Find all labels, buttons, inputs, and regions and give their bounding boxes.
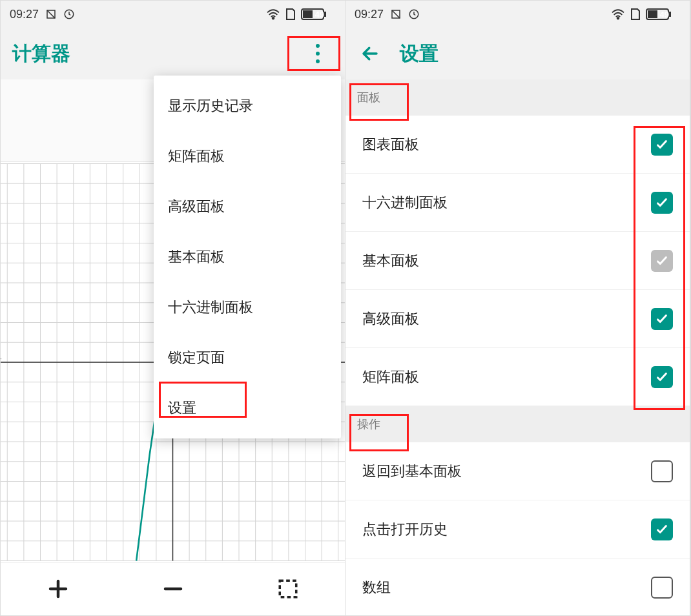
zoom-in-button[interactable] bbox=[46, 577, 70, 603]
status-time: 09:27 bbox=[355, 8, 384, 21]
checkbox-checked[interactable] bbox=[651, 366, 673, 388]
setting-return-basic[interactable]: 返回到基本面板 bbox=[346, 442, 690, 500]
battery-level: 49 bbox=[660, 10, 669, 19]
back-button[interactable] bbox=[357, 41, 383, 67]
section-header-panels: 面板 bbox=[346, 79, 690, 116]
zoom-out-button[interactable] bbox=[161, 577, 185, 603]
setting-chart-panel[interactable]: 图表面板 bbox=[346, 116, 690, 174]
setting-hex-panel[interactable]: 十六进制面板 bbox=[346, 174, 690, 232]
status-bar: 09:27 49 bbox=[346, 1, 690, 28]
svg-point-2 bbox=[272, 17, 274, 19]
setting-label: 基本面板 bbox=[362, 251, 651, 271]
wifi-icon bbox=[611, 8, 625, 20]
app-title: 计算器 bbox=[12, 41, 70, 67]
sim-icon bbox=[285, 8, 296, 21]
check-icon bbox=[655, 312, 669, 326]
check-icon bbox=[655, 196, 669, 210]
app-bar-settings: 设置 bbox=[346, 28, 690, 79]
setting-matrix-panel[interactable]: 矩阵面板 bbox=[346, 348, 690, 406]
arrow-left-icon bbox=[360, 44, 380, 63]
check-icon bbox=[655, 138, 669, 152]
menu-item-advanced[interactable]: 高级面板 bbox=[154, 181, 341, 232]
svg-rect-5 bbox=[303, 10, 313, 18]
checkbox-disabled bbox=[651, 250, 673, 272]
svg-point-6 bbox=[316, 44, 320, 48]
section-header-actions: 操作 bbox=[346, 406, 690, 442]
checkbox-checked[interactable] bbox=[651, 134, 673, 156]
setting-label: 图表面板 bbox=[362, 135, 651, 154]
sim-icon bbox=[630, 8, 641, 21]
menu-item-basic[interactable]: 基本面板 bbox=[154, 232, 341, 282]
setting-label: 十六进制面板 bbox=[362, 193, 651, 212]
minus-icon bbox=[161, 577, 185, 601]
more-vert-icon bbox=[315, 43, 320, 64]
menu-item-hex[interactable]: 十六进制面板 bbox=[154, 282, 341, 333]
check-icon bbox=[655, 370, 669, 384]
menu-item-settings[interactable]: 设置 bbox=[154, 383, 341, 433]
crop-button[interactable] bbox=[277, 578, 299, 602]
screenshot-icon bbox=[45, 8, 57, 20]
screenshot-icon bbox=[390, 8, 402, 20]
menu-item-lock[interactable]: 锁定页面 bbox=[154, 333, 341, 383]
svg-point-8 bbox=[316, 59, 320, 63]
checkbox-unchecked[interactable] bbox=[651, 460, 673, 482]
clock-icon bbox=[63, 8, 75, 20]
svg-rect-66 bbox=[280, 580, 296, 597]
setting-label: 矩阵面板 bbox=[362, 367, 651, 387]
check-icon bbox=[655, 254, 669, 268]
selection-icon bbox=[277, 578, 299, 600]
setting-label: 数组 bbox=[362, 578, 651, 597]
battery-icon: 49 bbox=[646, 8, 681, 20]
checkbox-checked[interactable] bbox=[651, 192, 673, 214]
svg-point-69 bbox=[617, 17, 619, 19]
setting-array[interactable]: 数组 bbox=[346, 559, 690, 616]
checkbox-checked[interactable] bbox=[651, 518, 673, 540]
checkbox-checked[interactable] bbox=[651, 308, 673, 330]
settings-list[interactable]: 面板 图表面板 十六进制面板 基本面板 高级面板 矩阵面板 操作 返回到基本面板… bbox=[346, 79, 690, 616]
setting-advanced-panel[interactable]: 高级面板 bbox=[346, 290, 690, 348]
svg-rect-72 bbox=[648, 10, 657, 18]
checkbox-unchecked[interactable] bbox=[651, 577, 673, 599]
status-bar: 09:27 49 bbox=[1, 1, 345, 28]
settings-title: 设置 bbox=[400, 41, 438, 67]
status-time: 09:27 bbox=[10, 8, 39, 21]
setting-label: 点击打开历史 bbox=[362, 520, 651, 539]
wifi-icon bbox=[266, 8, 280, 20]
graph-toolbar bbox=[1, 562, 345, 616]
battery-icon: 49 bbox=[301, 8, 336, 20]
menu-item-matrix[interactable]: 矩阵面板 bbox=[154, 131, 341, 181]
setting-basic-panel[interactable]: 基本面板 bbox=[346, 232, 690, 290]
more-menu-button[interactable] bbox=[302, 38, 333, 69]
overflow-menu: 显示历史记录 矩阵面板 高级面板 基本面板 十六进制面板 锁定页面 设置 bbox=[154, 76, 341, 438]
phone-right: 09:27 49 设置 面板 bbox=[346, 1, 690, 616]
phone-left: 09:27 49 计算器 bbox=[1, 1, 346, 616]
menu-item-history[interactable]: 显示历史记录 bbox=[154, 81, 341, 131]
svg-point-7 bbox=[316, 52, 320, 56]
app-bar-calculator: 计算器 bbox=[1, 28, 345, 79]
plus-icon bbox=[46, 577, 70, 601]
setting-label: 高级面板 bbox=[362, 309, 651, 329]
setting-open-history[interactable]: 点击打开历史 bbox=[346, 500, 690, 559]
battery-level: 49 bbox=[315, 10, 324, 19]
setting-label: 返回到基本面板 bbox=[362, 462, 651, 481]
check-icon bbox=[655, 522, 669, 537]
svg-text:Y: Y bbox=[1, 357, 2, 365]
clock-icon bbox=[408, 8, 420, 20]
